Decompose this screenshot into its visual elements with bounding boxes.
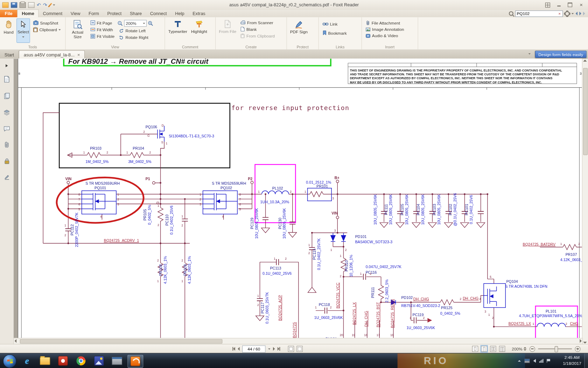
- tab-connect[interactable]: Connect: [146, 10, 171, 17]
- form-fields-callout[interactable]: Design form fields easily: [535, 51, 587, 58]
- clipboard-button[interactable]: Clipboard: [31, 27, 62, 33]
- volume-icon[interactable]: [533, 359, 536, 363]
- close-button[interactable]: ×: [576, 1, 587, 8]
- fit-page-button[interactable]: Fit Page: [89, 20, 116, 26]
- facing-view-icon[interactable]: [490, 346, 496, 352]
- gear-icon[interactable]: [565, 11, 570, 16]
- find-previous-icon[interactable]: [576, 12, 578, 15]
- page-thumbnails-icon[interactable]: [3, 75, 11, 83]
- actual-size-button[interactable]: Actual Size: [68, 19, 88, 42]
- email-icon[interactable]: [28, 2, 34, 8]
- link-button[interactable]: Link: [321, 21, 348, 27]
- taskbar-photo-viewer[interactable]: [91, 355, 106, 367]
- find-next-icon[interactable]: [579, 12, 581, 15]
- zoom-slider[interactable]: [538, 348, 572, 349]
- signature-panel-icon[interactable]: [3, 173, 11, 181]
- maximize-button[interactable]: [565, 1, 575, 8]
- typewriter-button[interactable]: Typewriter: [167, 19, 188, 42]
- find-last-icon[interactable]: [583, 12, 585, 15]
- network-icon[interactable]: [539, 359, 544, 363]
- tab-close-icon[interactable]: ×: [77, 52, 80, 57]
- scroll-up-icon[interactable]: [583, 60, 587, 61]
- from-file-button[interactable]: From File: [218, 19, 238, 42]
- tab-home[interactable]: Home: [17, 9, 38, 18]
- rotate-left-button[interactable]: Rotate Left: [118, 28, 154, 33]
- taskbar-foxit-reader[interactable]: [127, 355, 143, 368]
- fit-visible-button[interactable]: Fit Visible: [89, 33, 116, 39]
- tab-help[interactable]: Help: [171, 10, 188, 17]
- continuous-facing-view-icon[interactable]: [499, 346, 505, 352]
- attachments-panel-icon[interactable]: [3, 141, 11, 149]
- search-clear-icon[interactable]: ×: [558, 11, 563, 16]
- zoom-in-icon[interactable]: [148, 20, 154, 26]
- bookmarks-panel-icon[interactable]: [3, 91, 11, 100]
- next-page-button[interactable]: [273, 347, 275, 351]
- zoom-combo[interactable]: 200%: [124, 20, 147, 27]
- tab-share[interactable]: Share: [126, 10, 146, 17]
- status-zoom-combo[interactable]: 200%: [512, 347, 526, 351]
- expand-panel-icon[interactable]: [3, 62, 11, 70]
- taskbar-media-player[interactable]: [56, 355, 71, 367]
- tab-list-chevron-icon[interactable]: [526, 50, 533, 57]
- taskbar-internet-explorer[interactable]: e: [20, 355, 35, 367]
- continuous-view-icon[interactable]: [481, 346, 487, 352]
- search-options-caret-icon[interactable]: [572, 13, 574, 15]
- save-icon[interactable]: [11, 2, 17, 8]
- page-list-caret-icon[interactable]: [268, 348, 270, 350]
- from-clipboard-button[interactable]: From Clipboard: [239, 33, 276, 39]
- reading-mode-button[interactable]: [542, 1, 553, 8]
- scroll-left-icon[interactable]: [15, 339, 16, 343]
- tab-start[interactable]: Start: [0, 51, 19, 59]
- select-tool-button[interactable]: Select: [16, 19, 30, 43]
- image-annotation-button[interactable]: Image Annotation: [364, 27, 406, 32]
- comments-panel-icon[interactable]: [3, 125, 11, 133]
- tab-view[interactable]: View: [66, 10, 84, 17]
- last-page-button[interactable]: [278, 347, 280, 351]
- zoom-slider-knob[interactable]: [555, 346, 558, 352]
- snapshot-button[interactable]: SnapShot: [31, 20, 62, 26]
- scroll-down-icon[interactable]: [583, 342, 587, 343]
- vertical-scroll-thumb[interactable]: [583, 68, 588, 155]
- page-number-input[interactable]: [242, 345, 265, 352]
- from-scanner-button[interactable]: From Scanner: [239, 20, 276, 25]
- security-panel-icon[interactable]: [3, 157, 11, 165]
- pen-icon[interactable]: [48, 3, 52, 7]
- previous-page-button[interactable]: [238, 347, 239, 351]
- print-icon[interactable]: [20, 2, 26, 8]
- zoom-out-button[interactable]: [530, 346, 535, 352]
- start-button[interactable]: [3, 354, 17, 368]
- taskbar-clock[interactable]: 2:45 AM 1/18/2017: [563, 354, 581, 366]
- tab-protect[interactable]: Protect: [103, 10, 126, 17]
- undo-icon[interactable]: ↶: [37, 2, 41, 7]
- redo-icon[interactable]: ↷: [43, 2, 47, 7]
- horizontal-scroll-thumb[interactable]: [20, 339, 223, 344]
- taskbar-file-explorer[interactable]: [37, 355, 52, 367]
- show-desktop-button[interactable]: [584, 353, 588, 368]
- open-icon[interactable]: [2, 2, 8, 8]
- hand-tool-button[interactable]: Hand: [2, 19, 15, 42]
- hidden-icons-chevron-icon[interactable]: [518, 360, 521, 362]
- layers-panel-icon[interactable]: [3, 108, 11, 117]
- document-canvas[interactable]: THIS SHEET OF ENGINEERING DRAWING IS THE…: [14, 59, 582, 338]
- taskbar-chrome[interactable]: [74, 355, 89, 367]
- tab-extras[interactable]: Extras: [188, 10, 209, 17]
- rotate-right-button[interactable]: Rotate Right: [118, 35, 154, 40]
- scroll-right-icon[interactable]: [580, 339, 581, 343]
- pdf-sign-button[interactable]: PDF Sign: [289, 19, 309, 42]
- quickbar-caret-icon[interactable]: [53, 5, 55, 7]
- tab-comment[interactable]: Comment: [39, 10, 66, 17]
- search-input[interactable]: [515, 10, 563, 16]
- tab-file[interactable]: File: [0, 10, 17, 17]
- zoom-in-button[interactable]: [575, 346, 581, 352]
- single-page-view-icon[interactable]: [472, 346, 478, 352]
- tab-form[interactable]: Form: [84, 10, 103, 17]
- clipboard-tool-icon[interactable]: [297, 346, 303, 352]
- first-page-button[interactable]: [232, 347, 235, 351]
- action-center-icon[interactable]: [547, 359, 551, 363]
- minimize-button[interactable]: [553, 1, 564, 8]
- audio-video-button[interactable]: Audio & Video: [364, 33, 406, 38]
- zoom-out-icon[interactable]: [118, 20, 123, 26]
- blank-button[interactable]: Blank: [239, 26, 276, 32]
- display-tray-icon[interactable]: [524, 359, 530, 363]
- bookmark-button[interactable]: Bookmark: [321, 30, 348, 36]
